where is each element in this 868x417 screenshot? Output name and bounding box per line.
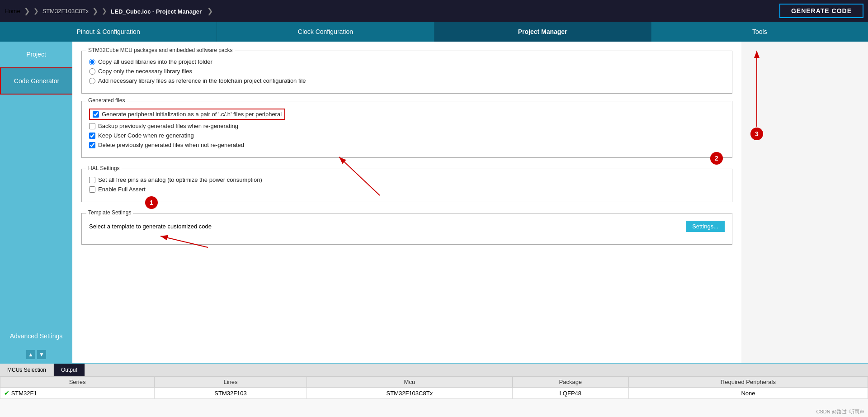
bottom-panel: MCUs Selection Output Series Lines Mcu P… [0, 363, 868, 417]
bottom-tab-mcu-selection[interactable]: MCUs Selection [0, 364, 54, 376]
bottom-tab-output[interactable]: Output [54, 364, 85, 376]
checkbox-peripheral-input[interactable] [93, 111, 99, 118]
bottom-tab-bar: MCUs Selection Output [0, 364, 868, 376]
top-nav: Home ❯ STM32F103C8Tx ❯ LED_Cube.ioc - Pr… [0, 0, 868, 22]
main-tab-bar: Pinout & Configuration Clock Configurati… [0, 22, 868, 42]
radio-add-reference[interactable]: Add necessary library files as reference… [89, 77, 725, 84]
template-description: Select a template to generate customized… [89, 223, 212, 230]
sidebar-down-arrow[interactable]: ▼ [37, 350, 46, 359]
mcu-packages-section: STM32Cube MCU packages and embedded soft… [81, 51, 732, 94]
col-mcu: Mcu [307, 377, 512, 388]
watermark: CSDN @路过_听雨声 [816, 408, 864, 415]
tab-tools[interactable]: Tools [651, 22, 868, 42]
cell-peripherals: None [628, 388, 868, 399]
bottom-table: Series Lines Mcu Package Required Periph… [0, 376, 868, 417]
breadcrumb-home[interactable]: Home ❯ [5, 7, 39, 15]
main-area: Project Code Generator Advanced Settings… [0, 42, 868, 363]
template-settings-legend: Template Settings [86, 209, 133, 216]
checkbox-generate-peripheral[interactable]: Generate peripheral initialization as a … [89, 109, 725, 120]
annotation-3: 3 [750, 128, 763, 140]
sidebar-item-advanced-settings[interactable]: Advanced Settings [0, 326, 72, 346]
right-panel: 3 [741, 42, 868, 363]
breadcrumb-mcu[interactable]: STM32F103C8Tx ❯ [42, 7, 108, 15]
sidebar-scroll-arrows: ▲ ▼ [0, 346, 72, 363]
checkbox-backup-files[interactable]: Backup previously generated files when r… [89, 123, 725, 129]
hal-settings-legend: HAL Settings [86, 165, 122, 171]
template-row: Select a template to generate customized… [89, 218, 725, 235]
sidebar-item-code-generator[interactable]: Code Generator [0, 67, 72, 95]
table-row: ✔ STM32F1 STM32F103 STM32F103C8Tx LQFP48… [0, 388, 868, 399]
checkbox-enable-assert[interactable]: Enable Full Assert [89, 186, 725, 193]
breadcrumb-project: LED_Cube.ioc - Project Manager ❯ [111, 7, 212, 15]
template-settings-section: Template Settings Select a template to g… [81, 213, 732, 245]
annotation-2: 2 [710, 152, 723, 165]
generate-code-button[interactable]: GENERATE CODE [779, 4, 863, 18]
cell-series: ✔ STM32F1 [0, 388, 155, 399]
cell-mcu: STM32F103C8Tx [307, 388, 512, 399]
col-lines: Lines [155, 377, 307, 388]
radio-copy-all[interactable]: Copy all used libraries into the project… [89, 58, 725, 65]
tab-pinout[interactable]: Pinout & Configuration [0, 22, 217, 42]
generated-files-legend: Generated files [86, 97, 127, 104]
settings-button[interactable]: Settings... [686, 221, 725, 232]
col-package: Package [512, 377, 628, 388]
sidebar-item-project[interactable]: Project [0, 42, 72, 67]
generated-files-section: Generated files Generate peripheral init… [81, 101, 732, 158]
mcu-packages-legend: STM32Cube MCU packages and embedded soft… [86, 47, 235, 53]
tab-clock[interactable]: Clock Configuration [217, 22, 434, 42]
col-series: Series [0, 377, 155, 388]
col-peripherals: Required Peripherals [628, 377, 868, 388]
cell-package: LQFP48 [512, 388, 628, 399]
radio-copy-necessary[interactable]: Copy only the necessary library files [89, 68, 725, 75]
cell-lines: STM32F103 [155, 388, 307, 399]
highlighted-checkbox-row: Generate peripheral initialization as a … [89, 109, 285, 120]
annotation-1: 1 [145, 196, 158, 209]
hal-settings-section: HAL Settings Set all free pins as analog… [81, 169, 732, 202]
content-panel: STM32Cube MCU packages and embedded soft… [72, 42, 741, 363]
tab-project-manager[interactable]: Project Manager [434, 22, 651, 42]
sidebar: Project Code Generator Advanced Settings… [0, 42, 72, 363]
checkbox-delete-generated[interactable]: Delete previously generated files when n… [89, 142, 725, 148]
checkbox-free-pins[interactable]: Set all free pins as analog (to optimize… [89, 176, 725, 183]
sidebar-up-arrow[interactable]: ▲ [26, 350, 35, 359]
checkbox-keep-user-code[interactable]: Keep User Code when re-generating [89, 132, 725, 139]
